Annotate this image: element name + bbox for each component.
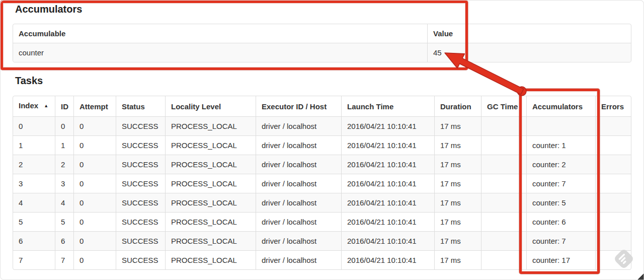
- cell-id: 2: [55, 155, 73, 174]
- cell-attempt: 0: [73, 116, 116, 135]
- cell-accumulators: counter: 7: [526, 174, 595, 193]
- cell-id: 6: [55, 231, 73, 250]
- cell-duration: 17 ms: [434, 174, 481, 193]
- column-header-launch-time[interactable]: Launch Time: [341, 96, 434, 116]
- cell-executor-id-host: driver / localhost: [256, 250, 341, 269]
- cell-errors: [595, 135, 631, 155]
- sort-ascending-icon: ▲: [44, 103, 48, 108]
- column-header-attempt[interactable]: Attempt: [73, 96, 116, 116]
- cell-status: SUCCESS: [116, 193, 165, 212]
- cell-attempt: 0: [73, 231, 116, 250]
- cell-accumulators: [526, 116, 595, 135]
- tasks-section-title: Tasks: [15, 75, 43, 87]
- cell-duration: 17 ms: [434, 212, 481, 231]
- cell-id: 3: [55, 174, 73, 193]
- cell-locality-level: PROCESS_LOCAL: [165, 174, 256, 193]
- accumulators-section-title: Accumulators: [15, 4, 82, 15]
- cell-accumulators: counter: 2: [526, 155, 595, 174]
- column-header-locality-level[interactable]: Locality Level: [165, 96, 256, 116]
- cell-errors: [595, 193, 631, 212]
- cell-locality-level: PROCESS_LOCAL: [165, 116, 256, 135]
- cell-status: SUCCESS: [116, 250, 165, 269]
- cell-locality-level: PROCESS_LOCAL: [165, 250, 256, 269]
- cell-launch-time: 2016/04/21 10:10:41: [341, 193, 434, 212]
- column-header-errors[interactable]: Errors: [595, 96, 631, 116]
- cell-errors: [595, 250, 631, 269]
- cell-gc-time: [481, 116, 526, 135]
- column-header-accumulable[interactable]: Accumulable: [13, 24, 427, 43]
- cell-status: SUCCESS: [116, 155, 165, 174]
- cell-duration: 17 ms: [434, 250, 481, 269]
- cell-index: 3: [13, 174, 55, 193]
- cell-value: 45: [427, 43, 631, 62]
- table-row: 440SUCCESSPROCESS_LOCALdriver / localhos…: [13, 193, 631, 212]
- cell-duration: 17 ms: [434, 116, 481, 135]
- cell-index: 5: [13, 212, 55, 231]
- cell-index: 0: [13, 116, 55, 135]
- cell-launch-time: 2016/04/21 10:10:41: [341, 231, 434, 250]
- column-header-index[interactable]: Index▲: [13, 96, 55, 116]
- cell-id: 0: [55, 116, 73, 135]
- table-row: 110SUCCESSPROCESS_LOCALdriver / localhos…: [13, 135, 631, 155]
- cell-status: SUCCESS: [116, 231, 165, 250]
- cell-gc-time: [481, 135, 526, 155]
- column-header-accumulators[interactable]: Accumulators: [526, 96, 595, 116]
- cell-executor-id-host: driver / localhost: [256, 174, 341, 193]
- column-header-duration[interactable]: Duration: [434, 96, 481, 116]
- cell-launch-time: 2016/04/21 10:10:41: [341, 174, 434, 193]
- cell-launch-time: 2016/04/21 10:10:41: [341, 135, 434, 155]
- table-row: counter45: [13, 43, 631, 62]
- cell-executor-id-host: driver / localhost: [256, 212, 341, 231]
- cell-errors: [595, 174, 631, 193]
- cell-id: 1: [55, 135, 73, 155]
- cell-locality-level: PROCESS_LOCAL: [165, 212, 256, 231]
- cell-duration: 17 ms: [434, 193, 481, 212]
- cell-gc-time: [481, 212, 526, 231]
- column-header-gc-time[interactable]: GC Time: [481, 96, 526, 116]
- cell-gc-time: [481, 155, 526, 174]
- column-header-executor-id-host[interactable]: Executor ID / Host: [256, 96, 341, 116]
- cell-id: 4: [55, 193, 73, 212]
- cell-attempt: 0: [73, 135, 116, 155]
- table-row: 000SUCCESSPROCESS_LOCALdriver / localhos…: [13, 116, 631, 135]
- cell-errors: [595, 212, 631, 231]
- cell-status: SUCCESS: [116, 116, 165, 135]
- tasks-table: Index▲IDAttemptStatusLocality LevelExecu…: [13, 96, 631, 270]
- mouse-cursor-icon: [636, 272, 644, 280]
- cell-errors: [595, 116, 631, 135]
- accumulators-table: AccumulableValuecounter45: [13, 24, 631, 62]
- cell-index: 2: [13, 155, 55, 174]
- cell-accumulable: counter: [13, 43, 427, 62]
- column-header-id[interactable]: ID: [55, 96, 73, 116]
- cell-executor-id-host: driver / localhost: [256, 155, 341, 174]
- cell-launch-time: 2016/04/21 10:10:41: [341, 116, 434, 135]
- cell-gc-time: [481, 193, 526, 212]
- cell-index: 6: [13, 231, 55, 250]
- cell-status: SUCCESS: [116, 174, 165, 193]
- cell-accumulators: counter: 6: [526, 212, 595, 231]
- column-header-status[interactable]: Status: [116, 96, 165, 116]
- table-row: 220SUCCESSPROCESS_LOCALdriver / localhos…: [13, 155, 631, 174]
- header-row: AccumulableValue: [13, 24, 631, 43]
- cell-locality-level: PROCESS_LOCAL: [165, 135, 256, 155]
- cell-locality-level: PROCESS_LOCAL: [165, 155, 256, 174]
- cell-gc-time: [481, 250, 526, 269]
- cell-executor-id-host: driver / localhost: [256, 116, 341, 135]
- header-row: Index▲IDAttemptStatusLocality LevelExecu…: [13, 96, 631, 116]
- cell-index: 1: [13, 135, 55, 155]
- table-row: 550SUCCESSPROCESS_LOCALdriver / localhos…: [13, 212, 631, 231]
- cell-accumulators: counter: 17: [526, 250, 595, 269]
- cell-gc-time: [481, 231, 526, 250]
- cell-duration: 17 ms: [434, 155, 481, 174]
- cell-accumulators: counter: 7: [526, 231, 595, 250]
- cell-index: 4: [13, 193, 55, 212]
- cell-errors: [595, 231, 631, 250]
- cell-launch-time: 2016/04/21 10:10:41: [341, 212, 434, 231]
- column-header-value[interactable]: Value: [427, 24, 631, 43]
- cell-attempt: 0: [73, 155, 116, 174]
- cell-attempt: 0: [73, 250, 116, 269]
- cell-attempt: 0: [73, 212, 116, 231]
- cell-index: 7: [13, 250, 55, 269]
- cell-executor-id-host: driver / localhost: [256, 231, 341, 250]
- cell-locality-level: PROCESS_LOCAL: [165, 193, 256, 212]
